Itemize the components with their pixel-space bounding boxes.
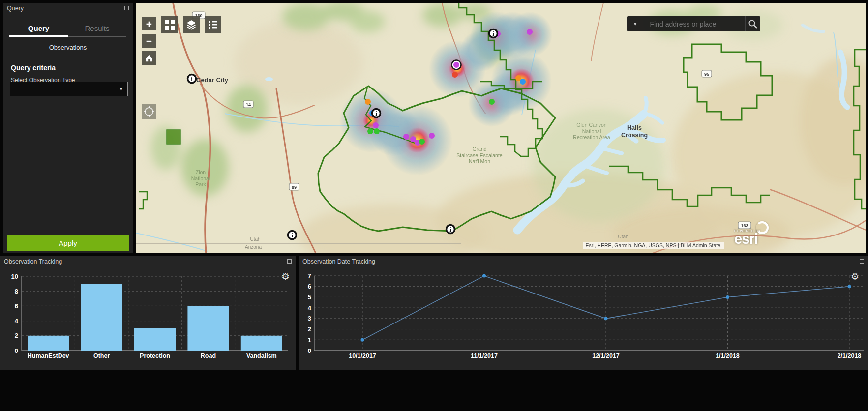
svg-text:89: 89 bbox=[292, 185, 297, 190]
svg-text:Cedar City: Cedar City bbox=[196, 76, 229, 84]
info-marker[interactable]: i bbox=[188, 75, 196, 83]
svg-text:4: 4 bbox=[308, 304, 312, 312]
svg-text:7: 7 bbox=[308, 272, 311, 280]
data-point-11/1/2017[interactable] bbox=[482, 274, 486, 278]
svg-text:6: 6 bbox=[15, 302, 18, 310]
observation-dot-green[interactable] bbox=[374, 128, 380, 134]
svg-text:2: 2 bbox=[308, 325, 311, 333]
observation-dot-magenta[interactable] bbox=[429, 133, 435, 139]
basemap-canvas[interactable]: Cedar CityZionNationalParkGrandStaircase… bbox=[136, 3, 866, 253]
esri-globe-icon bbox=[756, 221, 769, 234]
observation-dot-magenta[interactable] bbox=[527, 29, 533, 35]
zoom-out-button[interactable]: − bbox=[142, 34, 156, 48]
tab-query[interactable]: Query bbox=[9, 21, 68, 37]
map-view[interactable]: Cedar CityZionNationalParkGrandStaircase… bbox=[136, 3, 866, 253]
locate-button[interactable] bbox=[142, 104, 156, 119]
search-submit-button[interactable] bbox=[745, 16, 760, 31]
query-widget-panel: Query Query Results Observations Query c… bbox=[3, 3, 133, 253]
crosshair-circle-icon bbox=[143, 106, 155, 117]
esri-logo: POWERED BY esri bbox=[734, 229, 774, 245]
observation-dot-blue[interactable] bbox=[520, 79, 526, 85]
bar-Other[interactable] bbox=[81, 284, 122, 351]
observation-dot-magenta[interactable] bbox=[453, 62, 459, 68]
observation-type-input[interactable] bbox=[10, 82, 115, 96]
bar-Vandalism[interactable] bbox=[241, 336, 282, 351]
bar-category-label: Protection bbox=[140, 352, 170, 359]
svg-text:10: 10 bbox=[11, 273, 18, 280]
svg-text:1: 1 bbox=[308, 336, 311, 344]
bar-category-label: Other bbox=[93, 352, 110, 359]
layers-button[interactable] bbox=[183, 16, 200, 33]
zoom-in-button[interactable]: + bbox=[142, 17, 156, 30]
observation-dot-green[interactable] bbox=[419, 139, 425, 145]
data-point-10/1/2017[interactable] bbox=[361, 338, 364, 342]
svg-text:163: 163 bbox=[741, 223, 748, 228]
home-icon bbox=[145, 54, 153, 62]
observation-dot-magenta[interactable] bbox=[373, 122, 379, 128]
info-marker[interactable]: i bbox=[372, 109, 381, 117]
observation-dot-red[interactable] bbox=[452, 72, 458, 78]
data-point-1/1/2018[interactable] bbox=[726, 295, 729, 299]
observation-type-dropdown[interactable]: ▼ bbox=[10, 82, 128, 96]
observation-dot-orange[interactable] bbox=[365, 99, 371, 105]
line-chart: 0123456710/1/201711/1/201712/1/20171/1/2… bbox=[299, 256, 868, 370]
bar-Protection[interactable] bbox=[134, 328, 176, 351]
tab-results[interactable]: Results bbox=[68, 21, 126, 36]
plus-icon: + bbox=[146, 19, 152, 29]
info-marker[interactable]: i bbox=[447, 225, 455, 234]
svg-text:2: 2 bbox=[15, 332, 18, 339]
svg-text:i: i bbox=[449, 226, 451, 233]
bar-category-label: Vandalism bbox=[246, 352, 277, 359]
svg-text:Utah: Utah bbox=[618, 234, 628, 239]
data-point-12/1/2017[interactable] bbox=[604, 317, 608, 320]
date-tick-label: 12/1/2017 bbox=[592, 352, 620, 359]
layers-icon bbox=[186, 19, 197, 30]
svg-text:i: i bbox=[291, 232, 293, 239]
geocoder-search: ▼ bbox=[627, 16, 760, 31]
svg-text:5: 5 bbox=[308, 294, 311, 301]
svg-text:Arizona: Arizona bbox=[245, 244, 262, 250]
observation-tracking-widget: Observation Tracking ⚙︎ 0246810HumanEstD… bbox=[0, 256, 296, 370]
bar-chart: 0246810HumanEstDevOtherProtectionRoadVan… bbox=[0, 256, 296, 370]
info-marker[interactable]: i bbox=[489, 29, 498, 38]
svg-text:i: i bbox=[492, 30, 494, 37]
apply-button[interactable]: Apply bbox=[7, 235, 129, 251]
svg-text:8: 8 bbox=[15, 288, 18, 295]
search-source-dropdown[interactable]: ▼ bbox=[627, 16, 644, 31]
svg-text:14: 14 bbox=[246, 102, 251, 107]
svg-text:i: i bbox=[191, 75, 193, 83]
search-input[interactable] bbox=[644, 16, 745, 31]
esri-wordmark: esri bbox=[734, 233, 774, 245]
query-tabs: Query Results bbox=[9, 21, 126, 37]
maximize-icon[interactable] bbox=[124, 6, 129, 10]
basemap-gallery-button[interactable] bbox=[161, 16, 178, 33]
bar-category-label: HumanEstDev bbox=[28, 352, 69, 359]
svg-text:i: i bbox=[375, 110, 377, 117]
chevron-down-icon: ▼ bbox=[633, 22, 637, 27]
date-tick-label: 11/1/2017 bbox=[471, 352, 498, 359]
date-tick-label: 1/1/2018 bbox=[716, 352, 740, 359]
observation-dot-magenta[interactable] bbox=[403, 134, 409, 140]
date-tick-label: 10/1/2017 bbox=[349, 352, 376, 359]
svg-text:0: 0 bbox=[15, 347, 18, 354]
data-point-2/1/2018[interactable] bbox=[848, 285, 851, 288]
bar-category-label: Road bbox=[201, 352, 216, 359]
minus-icon: − bbox=[146, 36, 152, 46]
home-extent-button[interactable] bbox=[142, 51, 156, 65]
query-panel-title: Query bbox=[3, 3, 133, 14]
search-icon bbox=[748, 19, 758, 29]
info-marker[interactable]: i bbox=[288, 231, 297, 239]
svg-text:95: 95 bbox=[704, 72, 709, 77]
bar-HumanEstDev[interactable] bbox=[28, 336, 69, 351]
observation-date-tracking-widget: Observation Date Tracking ⚙︎ 0123456710/… bbox=[299, 256, 868, 370]
observation-dot-green[interactable] bbox=[489, 99, 495, 105]
query-layer-name: Observations bbox=[3, 44, 133, 51]
date-tick-label: 2/1/2018 bbox=[838, 352, 862, 359]
legend-list-icon bbox=[208, 20, 218, 29]
legend-button[interactable] bbox=[205, 16, 221, 33]
bar-Road[interactable] bbox=[187, 306, 229, 351]
basemap-grid-icon bbox=[165, 20, 175, 30]
svg-text:4: 4 bbox=[15, 317, 19, 324]
chevron-down-icon[interactable]: ▼ bbox=[115, 82, 127, 96]
observation-dot-green[interactable] bbox=[367, 128, 373, 134]
